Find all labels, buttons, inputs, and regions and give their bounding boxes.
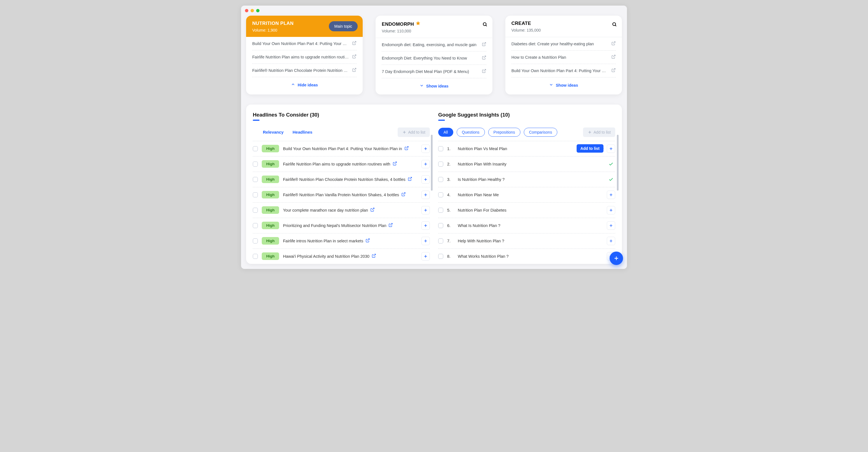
filter-pill-prepositions[interactable]: Prepositions (488, 128, 520, 137)
external-link-icon[interactable] (366, 238, 370, 244)
checkbox[interactable] (253, 162, 258, 167)
filter-pill-questions[interactable]: Questions (457, 128, 485, 137)
checkbox[interactable] (438, 223, 443, 228)
svg-line-11 (613, 42, 615, 43)
scroll-track[interactable] (431, 135, 433, 264)
panels-row: Headlines To Consider (30) Relevancy Hea… (246, 104, 622, 264)
external-link-icon[interactable] (611, 68, 616, 73)
toggle-ideas-label: Show ideas (556, 83, 578, 88)
add-to-list-button-disabled[interactable]: Add to list (583, 127, 615, 137)
toggle-ideas-label: Show ideas (426, 84, 448, 88)
checkbox[interactable] (253, 223, 258, 228)
toggle-ideas-button[interactable]: Hide ideas (291, 82, 318, 88)
external-link-icon[interactable] (482, 42, 486, 47)
checkbox[interactable] (253, 177, 258, 182)
insight-text: Help With Nutrition Plan ? (458, 239, 603, 243)
insight-row: 1. Nutrition Plan Vs Meal Plan Add to li… (438, 141, 615, 156)
fab-add-button[interactable] (610, 252, 623, 265)
checkbox[interactable] (438, 238, 443, 244)
idea-text: 7 Day Endomorph Diet Meal Plan (PDF & Me… (382, 69, 478, 74)
external-link-icon[interactable] (611, 55, 616, 60)
insight-number: 8. (447, 254, 454, 259)
svg-line-12 (613, 55, 615, 57)
checkbox[interactable] (438, 162, 443, 167)
plus-icon (613, 255, 619, 261)
title-underline (438, 120, 445, 121)
add-row-button[interactable] (422, 221, 430, 230)
scroll-track[interactable] (617, 135, 619, 264)
add-row-button[interactable] (422, 252, 430, 260)
external-link-icon[interactable] (401, 192, 406, 197)
headline-row: High Prioritizing and Funding Nepal's Mu… (253, 218, 430, 233)
add-to-list-button-disabled[interactable]: Add to list (398, 127, 430, 137)
insight-text: Nutrition Plan With Insanity (458, 162, 603, 166)
toggle-ideas-button[interactable]: Show ideas (420, 83, 448, 89)
headline-row: High Hawai'i Physical Activity and Nutri… (253, 249, 430, 264)
insight-number: 6. (447, 223, 454, 228)
external-link-icon[interactable] (352, 54, 356, 60)
external-link-icon[interactable] (611, 41, 616, 46)
idea-row: Endomorph diet: Eating, exercising, and … (382, 38, 486, 52)
external-link-icon[interactable] (352, 68, 356, 73)
svg-line-2 (354, 68, 356, 70)
minimize-window-button[interactable] (251, 9, 254, 12)
checkbox[interactable] (438, 192, 443, 197)
checkbox[interactable] (438, 254, 443, 259)
checkbox[interactable] (253, 208, 258, 213)
external-link-icon[interactable] (352, 41, 356, 46)
main-topic-badge[interactable]: Main topic (329, 21, 358, 31)
search-icon[interactable] (483, 22, 488, 28)
scroll-thumb[interactable] (431, 135, 433, 191)
external-link-icon[interactable] (482, 69, 486, 74)
insight-number: 3. (447, 177, 454, 182)
insight-row: 2. Nutrition Plan With Insanity (438, 156, 615, 172)
add-row-button[interactable] (422, 144, 430, 153)
filter-pill-comparisons[interactable]: Comparisons (524, 128, 557, 137)
toggle-ideas-button[interactable]: Show ideas (549, 83, 578, 88)
add-row-button[interactable] (422, 191, 430, 199)
add-row-button[interactable] (422, 206, 430, 215)
external-link-icon[interactable] (482, 55, 486, 61)
svg-line-0 (354, 41, 356, 43)
external-link-icon[interactable] (393, 161, 397, 167)
external-link-icon[interactable] (372, 254, 376, 259)
col-headlines[interactable]: Headlines (292, 130, 312, 134)
external-link-icon[interactable] (389, 223, 393, 228)
checkbox[interactable] (253, 254, 258, 259)
idea-row: Endomorph Diet: Everything You Need to K… (382, 52, 486, 65)
checkbox[interactable] (253, 146, 258, 151)
topic-cards-row: NUTRITION PLAN Volume: 1,900 Main topic … (246, 15, 622, 95)
col-relevancy[interactable]: Relevancy (263, 130, 284, 134)
maximize-window-button[interactable] (256, 9, 259, 12)
checkbox[interactable] (438, 177, 443, 182)
headline-text: Fairlife Nutrition Plan aims to upgrade … (283, 161, 417, 167)
external-link-icon[interactable] (408, 177, 412, 182)
add-row-button[interactable] (422, 175, 430, 184)
close-window-button[interactable] (245, 9, 248, 12)
checkbox[interactable] (438, 146, 443, 151)
add-row-button[interactable] (607, 144, 615, 153)
filter-pill-all[interactable]: All (438, 128, 453, 137)
add-row-button[interactable] (607, 237, 615, 245)
insight-text: Is Nutrition Plan Healthy ? (458, 177, 603, 182)
add-row-button[interactable] (422, 237, 430, 245)
relevancy-badge: High (262, 160, 279, 168)
headline-row: High Your complete marathon race day nut… (253, 202, 430, 218)
relevancy-badge: High (262, 222, 279, 229)
checkbox[interactable] (253, 192, 258, 197)
add-row-button[interactable] (607, 221, 615, 230)
scroll-thumb[interactable] (617, 135, 619, 191)
add-row-button[interactable] (607, 206, 615, 215)
insight-row: 3. Is Nutrition Plan Healthy ? (438, 172, 615, 187)
idea-list: Build Your Own Nutrition Plan Part 4: Pu… (246, 37, 363, 77)
insight-row: 8. What Works Nutrition Plan ? (438, 249, 615, 264)
add-row-button[interactable] (607, 191, 615, 199)
external-link-icon[interactable] (370, 207, 375, 213)
search-icon[interactable] (612, 22, 617, 28)
add-row-button[interactable] (422, 160, 430, 168)
checkbox[interactable] (253, 238, 258, 244)
checkbox[interactable] (438, 208, 443, 213)
external-link-icon[interactable] (404, 146, 409, 151)
svg-line-8 (484, 69, 486, 71)
idea-row: Build Your Own Nutrition Plan Part 4: Pu… (512, 64, 616, 77)
